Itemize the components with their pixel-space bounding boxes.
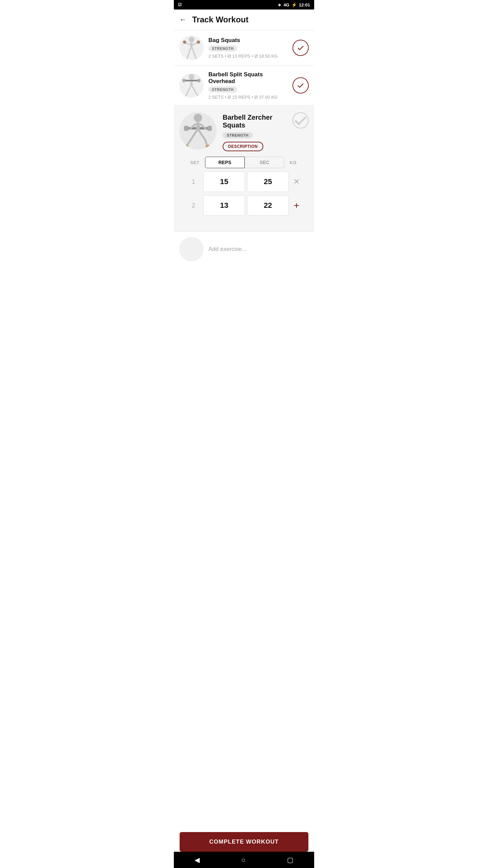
exercise-tag-bag-squats: STRENGTH bbox=[208, 45, 237, 52]
exercise-avatar-barbell-zercher bbox=[179, 112, 217, 150]
set-row-1: 1 15 25 ✕ bbox=[185, 172, 303, 192]
checkmark-icon-bag-squats bbox=[297, 44, 304, 52]
check-button-barbell-zercher[interactable] bbox=[292, 112, 309, 129]
exercise-avatar-bag-squats bbox=[179, 36, 204, 60]
description-button[interactable]: DESCRIPTION bbox=[223, 142, 263, 151]
svg-rect-14 bbox=[190, 81, 192, 87]
remove-icon-1: ✕ bbox=[293, 177, 300, 186]
svg-line-16 bbox=[193, 87, 197, 94]
sets-col-label-kg: KG bbox=[284, 160, 302, 165]
set-kg-input-2[interactable]: 22 bbox=[247, 195, 289, 216]
exercise-info-barbell-split: Barbell Split Squats Overhead STRENGTH 2… bbox=[208, 71, 290, 100]
svg-rect-21 bbox=[184, 126, 189, 131]
sets-tabs: REPS SEC bbox=[205, 157, 284, 168]
svg-rect-12 bbox=[183, 79, 185, 82]
svg-rect-1 bbox=[190, 42, 192, 49]
set-kg-input-1[interactable]: 25 bbox=[247, 172, 289, 192]
exercise-expanded-info: Barbell Zercher Squats STRENGTH DESCRIPT… bbox=[223, 112, 290, 151]
exercise-name-barbell-zercher: Barbell Zercher Squats bbox=[223, 114, 290, 129]
svg-point-31 bbox=[205, 145, 211, 147]
battery-icon: ⚡ bbox=[291, 2, 297, 7]
svg-point-4 bbox=[183, 40, 186, 44]
check-button-bag-squats[interactable] bbox=[292, 40, 309, 56]
exercise-figure-barbell-split bbox=[179, 73, 204, 98]
exercise-item-barbell-zercher: Barbell Zercher Squats STRENGTH DESCRIPT… bbox=[174, 105, 314, 232]
exercise-name-bag-squats: Bag Squats bbox=[208, 37, 290, 44]
sets-table: SET REPS SEC KG 1 15 25 ✕ 2 13 22 bbox=[179, 157, 309, 224]
svg-rect-25 bbox=[196, 122, 200, 131]
exercise-tag-barbell-split: STRENGTH bbox=[208, 86, 237, 93]
app-icon: ☑ bbox=[178, 2, 182, 7]
exercise-figure-bag-squats bbox=[179, 36, 204, 60]
bluetooth-icon: ∗ bbox=[278, 2, 281, 7]
exercise-expanded-header: Barbell Zercher Squats STRENGTH DESCRIPT… bbox=[179, 112, 309, 151]
svg-line-17 bbox=[185, 94, 187, 98]
svg-line-2 bbox=[186, 43, 190, 45]
clock: 12:01 bbox=[299, 2, 310, 7]
signal-icon: 4G bbox=[283, 2, 289, 7]
svg-line-26 bbox=[190, 131, 197, 140]
exercise-tag-barbell-zercher: STRENGTH bbox=[223, 132, 253, 138]
bottom-spacer bbox=[174, 267, 314, 321]
svg-line-3 bbox=[193, 43, 197, 45]
status-right: ∗ 4G ⚡ 12:01 bbox=[278, 2, 310, 7]
header: ← Track Workout bbox=[174, 9, 314, 30]
checkmark-icon-barbell-split bbox=[297, 82, 304, 89]
status-left: ☑ bbox=[178, 2, 182, 7]
sets-col-label-set: SET bbox=[186, 160, 204, 165]
svg-line-6 bbox=[188, 49, 190, 55]
exercise-list: Bag Squats STRENGTH 2 SETS • Ø 13 REPS •… bbox=[174, 30, 314, 267]
svg-line-27 bbox=[199, 131, 205, 140]
svg-point-10 bbox=[189, 74, 195, 80]
exercise-item-bag-squats: Bag Squats STRENGTH 2 SETS • Ø 13 REPS •… bbox=[174, 30, 314, 66]
set-remove-1[interactable]: ✕ bbox=[290, 177, 303, 186]
exercise-info-bag-squats: Bag Squats STRENGTH 2 SETS • Ø 13 REPS •… bbox=[208, 37, 290, 59]
svg-line-18 bbox=[196, 94, 199, 97]
page-title: Track Workout bbox=[192, 15, 248, 24]
exercise-item-barbell-split: Barbell Split Squats Overhead STRENGTH 2… bbox=[174, 66, 314, 105]
exercise-figure-barbell-zercher bbox=[179, 112, 217, 150]
set-number-1: 1 bbox=[185, 178, 202, 185]
set-reps-input-2[interactable]: 13 bbox=[203, 195, 245, 216]
add-exercise-label: Add exercise... bbox=[208, 246, 246, 253]
status-bar: ☑ ∗ 4G ⚡ 12:01 bbox=[174, 0, 314, 9]
exercise-meta-barbell-split: 2 SETS • Ø 15 REPS • Ø 37.50 KG bbox=[208, 95, 290, 100]
add-exercise-avatar bbox=[179, 237, 204, 261]
check-button-barbell-split[interactable] bbox=[292, 77, 309, 94]
svg-line-9 bbox=[195, 55, 197, 59]
tab-sec[interactable]: SEC bbox=[245, 157, 284, 168]
svg-point-30 bbox=[183, 145, 189, 147]
exercise-meta-bag-squats: 2 SETS • Ø 13 REPS • Ø 18.50 KG bbox=[208, 54, 290, 59]
svg-line-15 bbox=[187, 87, 190, 95]
exercise-name-barbell-split: Barbell Split Squats Overhead bbox=[208, 71, 290, 85]
svg-point-19 bbox=[194, 114, 202, 122]
set-row-2: 2 13 22 + bbox=[185, 195, 303, 216]
set-reps-input-1[interactable]: 15 bbox=[203, 172, 245, 192]
set-number-2: 2 bbox=[185, 202, 202, 209]
sets-header: SET REPS SEC KG bbox=[185, 157, 303, 168]
checkmark-icon-barbell-zercher bbox=[293, 113, 308, 128]
svg-point-0 bbox=[189, 37, 195, 43]
svg-line-7 bbox=[193, 49, 195, 55]
exercise-avatar-barbell-split bbox=[179, 73, 204, 98]
svg-line-28 bbox=[187, 140, 190, 146]
svg-line-8 bbox=[187, 55, 188, 59]
tab-reps[interactable]: REPS bbox=[205, 157, 245, 168]
svg-rect-22 bbox=[207, 126, 212, 131]
add-icon: + bbox=[294, 200, 299, 211]
back-button[interactable]: ← bbox=[179, 16, 187, 23]
svg-line-29 bbox=[205, 140, 207, 146]
set-add[interactable]: + bbox=[290, 200, 303, 211]
add-exercise-row[interactable]: Add exercise... bbox=[174, 232, 314, 267]
svg-rect-13 bbox=[198, 79, 200, 82]
svg-point-5 bbox=[197, 40, 200, 44]
